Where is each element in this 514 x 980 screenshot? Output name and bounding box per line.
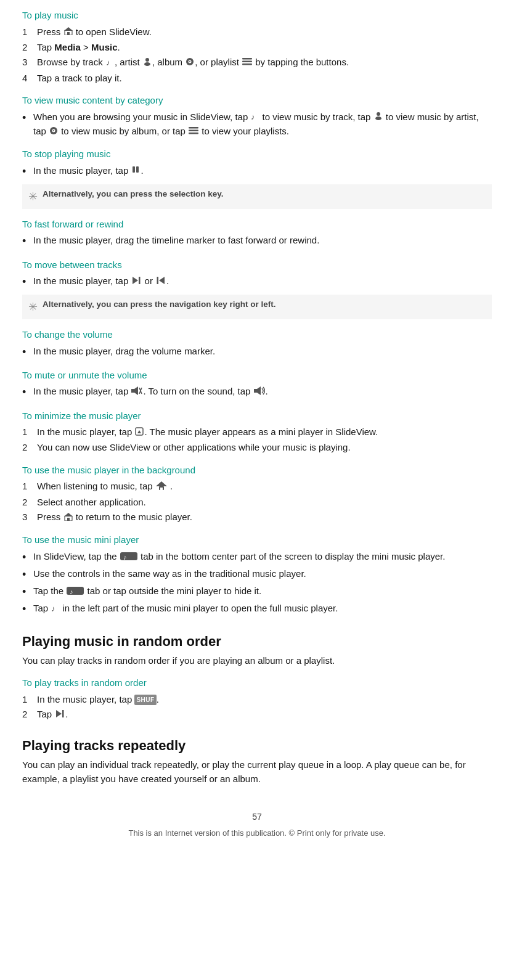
artist-icon xyxy=(143,56,152,70)
svg-rect-9 xyxy=(242,58,252,60)
bullet-item: • When you are browsing your music in Sl… xyxy=(22,110,492,139)
svg-rect-18 xyxy=(189,127,198,129)
svg-marker-23 xyxy=(133,277,138,284)
heading-repeatedly: Playing tracks repeatedly xyxy=(22,735,492,756)
footer-text: This is an Internet version of this publ… xyxy=(22,827,492,839)
background-steps: 1When listening to music, tap . 2Select … xyxy=(22,480,492,525)
heading-mute-unmute: To mute or unmute the volume xyxy=(22,369,492,383)
step-bg-1: 1When listening to music, tap . xyxy=(22,480,492,494)
svg-point-8 xyxy=(189,61,190,62)
note-icon: ♪ xyxy=(251,110,259,125)
svg-rect-22 xyxy=(136,166,139,173)
artist-icon2 xyxy=(374,110,383,125)
svg-marker-34 xyxy=(137,430,141,433)
home-icon2 xyxy=(64,511,73,525)
svg-rect-37 xyxy=(160,488,163,490)
move-tracks-list: • In the music player, tap or . xyxy=(22,274,492,290)
stop-playing-list: • In the music player, tap . xyxy=(22,164,492,179)
svg-rect-11 xyxy=(242,63,252,65)
next-icon2 xyxy=(55,708,65,722)
section-view-music-category: To view music content by category • When… xyxy=(22,94,492,139)
heading-view-category: To view music content by category xyxy=(22,94,492,108)
home-icon xyxy=(64,25,73,39)
playlist-icon2 xyxy=(189,125,198,139)
section-background: To use the music player in the backgroun… xyxy=(22,463,492,525)
play-music-steps: 1Press to open SlideView. 2Tap Media > M… xyxy=(22,25,492,86)
desc-random-order: You can play tracks in random order if y… xyxy=(22,654,492,668)
track-icon: ♪ xyxy=(106,56,114,70)
svg-point-14 xyxy=(375,116,381,120)
desc-repeatedly: You can play an individual track repeate… xyxy=(22,758,492,786)
next-icon xyxy=(131,275,141,289)
svg-rect-20 xyxy=(189,133,198,134)
section-change-volume: To change the volume • In the music play… xyxy=(22,328,492,360)
music-tab-icon: ♪ xyxy=(120,550,137,565)
fast-forward-list: • In the music player, drag the timeline… xyxy=(22,234,492,249)
svg-marker-1 xyxy=(64,27,73,31)
section-minimize: To minimize the music player 1In the mus… xyxy=(22,409,492,455)
heading-play-random: To play tracks in random order xyxy=(22,676,492,690)
svg-point-13 xyxy=(377,112,380,116)
tip-text2: Alternatively, you can press the navigat… xyxy=(43,298,276,311)
page-number: 57 xyxy=(22,811,492,823)
section-mute-unmute: To mute or unmute the volume • In the mu… xyxy=(22,369,492,401)
svg-marker-25 xyxy=(159,277,165,284)
svg-rect-19 xyxy=(189,129,198,131)
section-mini-player: To use the music mini player • In SlideV… xyxy=(22,533,492,617)
album-icon2 xyxy=(49,125,58,139)
section-to-play-music: To play music 1Press to open SlideView. … xyxy=(22,9,492,85)
music-tab-icon2: ♪ xyxy=(67,585,84,599)
svg-rect-26 xyxy=(157,277,159,284)
heading-change-volume: To change the volume xyxy=(22,328,492,342)
bullet-item: • In the music player, tap . To turn on … xyxy=(22,385,492,400)
bullet-mini-3: • Tap the ♪ tab or tap outside the mini … xyxy=(22,584,492,600)
svg-text:♪: ♪ xyxy=(51,604,55,612)
svg-rect-47 xyxy=(62,710,64,717)
svg-point-17 xyxy=(53,130,54,131)
tip-lightbulb-icon2: ✳ xyxy=(28,299,38,316)
mute-unmute-list: • In the music player, tap . To turn on … xyxy=(22,385,492,400)
section-move-tracks: To move between tracks • In the music pl… xyxy=(22,258,492,320)
heading-mini-player: To use the music mini player xyxy=(22,533,492,547)
playlist-icon xyxy=(242,56,252,70)
svg-marker-28 xyxy=(134,386,138,395)
step-bg-2: 2Select another application. xyxy=(22,496,492,510)
svg-marker-35 xyxy=(156,481,167,486)
shuf-badge: SHUF xyxy=(134,695,156,705)
bullet-item: • In the music player, tap . xyxy=(22,164,492,179)
svg-rect-24 xyxy=(139,277,141,284)
svg-text:♪: ♪ xyxy=(70,588,73,595)
svg-point-4 xyxy=(145,58,149,62)
home-arrow-icon xyxy=(156,480,167,494)
pause-icon xyxy=(131,164,140,178)
bullet-mini-1: • In SlideView, tap the ♪ tab in the bot… xyxy=(22,550,492,565)
music-icon-small: ♪ xyxy=(51,602,59,616)
minimize-steps: 1In the music player, tap . The music pl… xyxy=(22,425,492,455)
step-bg-3: 3Press to return to the music player. xyxy=(22,510,492,525)
bullet-item: • In the music player, tap or . xyxy=(22,274,492,290)
bullet-item: • In the music player, drag the volume m… xyxy=(22,345,492,360)
section-repeatedly: Playing tracks repeatedly You can play a… xyxy=(22,735,492,786)
prev-icon xyxy=(156,275,166,289)
step-min-2: 2You can now use SlideView or other appl… xyxy=(22,441,492,455)
tip-lightbulb-icon: ✳ xyxy=(28,189,38,205)
unmute-icon xyxy=(254,385,265,399)
tip-text: Alternatively, you can press the selecti… xyxy=(43,188,224,200)
svg-rect-10 xyxy=(242,61,252,63)
album-icon xyxy=(186,56,194,70)
heading-random-order: Playing music in random order xyxy=(22,631,492,651)
svg-marker-39 xyxy=(64,513,73,517)
svg-rect-2 xyxy=(67,32,70,35)
svg-rect-40 xyxy=(67,518,70,521)
bullet-mini-4: • Tap ♪ in the left part of the music mi… xyxy=(22,602,492,617)
svg-marker-46 xyxy=(56,710,62,717)
svg-rect-27 xyxy=(131,389,134,393)
footer: 57 This is an Internet version of this p… xyxy=(22,811,492,839)
step-rand-2: 2Tap . xyxy=(22,708,492,722)
step-2: 2Tap Media > Music. xyxy=(22,41,492,55)
step-min-1: 1In the music player, tap . The music pl… xyxy=(22,425,492,439)
step-3: 3Browse by track ♪, artist , album , or … xyxy=(22,55,492,70)
svg-rect-31 xyxy=(254,389,257,393)
heading-move-tracks: To move between tracks xyxy=(22,258,492,272)
heading-background: To use the music player in the backgroun… xyxy=(22,463,492,478)
